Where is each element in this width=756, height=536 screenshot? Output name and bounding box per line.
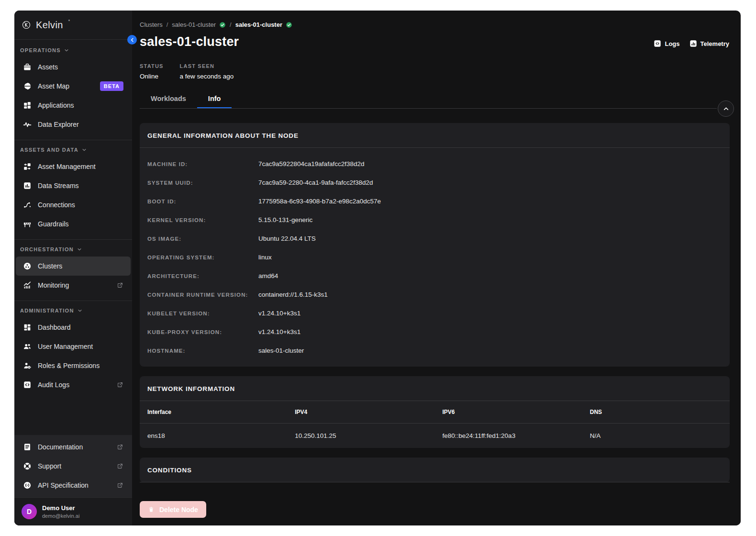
info-value: 7cac9a59-2280-4ca1-9afa-fafcc2f38d2d xyxy=(258,179,373,186)
info-value: v1.24.10+k3s1 xyxy=(258,328,300,335)
info-value: 1775958a-6c93-4908-b7a2-e98c2a0dc57e xyxy=(258,198,381,205)
monitoring-icon xyxy=(23,281,32,290)
info-label: OS IMAGE: xyxy=(147,236,258,242)
info-label: HOSTNAME: xyxy=(147,348,258,354)
sidebar-item-support[interactable]: Support xyxy=(14,457,132,476)
breadcrumb: Clusters/sales-01-cluster/sales-01-clust… xyxy=(132,11,741,28)
status-block: STATUS Online xyxy=(140,63,164,80)
sidebar-item-user-management[interactable]: User Management xyxy=(16,337,131,356)
network-row: ens1810.250.101.25fe80::be24:11ff:fed1:2… xyxy=(140,424,730,448)
sidebar-item-assets[interactable]: Assets xyxy=(16,57,131,77)
sidebar-item-applications[interactable]: Applications xyxy=(16,96,131,115)
nav-section-administration: ADMINISTRATIONDashboardUser ManagementRo… xyxy=(14,301,132,398)
section-header-assets-and-data[interactable]: ASSETS AND DATA xyxy=(14,140,132,157)
user-email: demo@kelvin.ai xyxy=(42,513,79,519)
sidebar-item-audit-logs[interactable]: Audit Logs xyxy=(16,375,131,394)
breadcrumb-item[interactable]: Clusters xyxy=(140,21,163,28)
sidebar-item-asset-management[interactable]: Asset Management xyxy=(16,157,131,176)
breadcrumb-item[interactable]: sales-01-cluster xyxy=(172,21,226,28)
breadcrumb-separator: / xyxy=(167,21,168,28)
section-header-orchestration[interactable]: ORCHESTRATION xyxy=(14,240,132,257)
tab-info[interactable]: Info xyxy=(197,90,232,109)
section-header-administration[interactable]: ADMINISTRATION xyxy=(14,301,132,318)
section-label: OPERATIONS xyxy=(20,47,61,53)
globe-icon xyxy=(23,82,32,90)
telemetry-button[interactable]: Telemetry xyxy=(689,40,729,47)
documentation-icon xyxy=(23,443,32,451)
sidebar-item-asset-map[interactable]: Asset MapBETA xyxy=(16,77,131,96)
sidebar-item-label: Asset Map xyxy=(38,82,69,90)
user-info: Demo User demo@kelvin.ai xyxy=(42,504,79,519)
sidebar-item-dashboard[interactable]: Dashboard xyxy=(16,318,131,337)
sidebar-item-roles-permissions[interactable]: Roles & Permissions xyxy=(16,356,131,375)
info-value: v1.24.10+k3s1 xyxy=(258,310,300,317)
section-label: ADMINISTRATION xyxy=(20,308,74,313)
sidebar-item-label: Audit Logs xyxy=(38,381,69,389)
user-profile[interactable]: D Demo User demo@kelvin.ai xyxy=(14,497,132,525)
user-name: Demo User xyxy=(42,504,79,512)
sidebar-item-data-streams[interactable]: Data Streams xyxy=(16,176,131,195)
status-label: STATUS xyxy=(140,63,164,69)
sidebar-item-documentation[interactable]: Documentation xyxy=(14,437,132,457)
nav-section-operations: OPERATIONSAssetsAsset MapBETAApplication… xyxy=(14,41,132,138)
breadcrumb-item[interactable]: sales-01-cluster xyxy=(235,21,292,28)
sidebar-item-label: Guardrails xyxy=(38,220,69,228)
assets-icon xyxy=(23,63,32,71)
sidebar-item-guardrails[interactable]: Guardrails xyxy=(16,214,131,234)
network-cell: 10.250.101.25 xyxy=(287,432,434,439)
title-row: sales-01-cluster LogsTelemetry xyxy=(132,28,741,49)
guardrails-icon xyxy=(23,220,32,228)
info-row-kernel-version: KERNEL VERSION:5.15.0-131-generic xyxy=(147,211,722,229)
info-label: KUBELET VERSION: xyxy=(147,311,258,316)
nav-section-assets-and-data: ASSETS AND DATAAsset ManagementData Stre… xyxy=(14,140,132,237)
sidebar-item-data-explorer[interactable]: Data Explorer xyxy=(16,115,131,134)
tab-label: Info xyxy=(208,95,221,102)
audit-logs-icon xyxy=(23,380,32,389)
header-actions: LogsTelemetry xyxy=(654,40,729,49)
sidebar-item-connections[interactable]: Connections xyxy=(16,195,131,214)
breadcrumb-separator: / xyxy=(230,21,232,28)
tab-workloads[interactable]: Workloads xyxy=(140,90,197,109)
brand[interactable]: Kelvin ˚ xyxy=(14,11,132,40)
info-row-operating-system: OPERATING SYSTEM:linux xyxy=(147,248,722,267)
sidebar-item-label: Monitoring xyxy=(38,281,69,289)
sidebar-nav: OPERATIONSAssetsAsset MapBETAApplication… xyxy=(14,40,132,435)
network-panel: NETWORK INFORMATION InterfaceIPV4IPV6DNS… xyxy=(140,376,730,448)
network-title: NETWORK INFORMATION xyxy=(140,376,730,401)
sidebar-item-clusters[interactable]: Clusters xyxy=(16,257,131,276)
network-column-header: DNS xyxy=(582,409,730,415)
conditions-title: CONDITIONS xyxy=(140,458,730,482)
conditions-panel: CONDITIONS xyxy=(140,458,730,482)
kelvin-logo-icon xyxy=(22,21,31,29)
last-seen-value: a few seconds ago xyxy=(180,73,234,80)
logs-button[interactable]: Logs xyxy=(654,40,679,47)
section-label: ASSETS AND DATA xyxy=(20,147,78,153)
info-row-kube-proxy-version: KUBE-PROXY VERSION:v1.24.10+k3s1 xyxy=(147,323,722,341)
sidebar-item-label: Data Explorer xyxy=(38,121,79,128)
status-row: STATUS Online LAST SEEN a few seconds ag… xyxy=(132,49,741,80)
breadcrumb-label: Clusters xyxy=(140,21,163,28)
section-header-operations[interactable]: OPERATIONS xyxy=(14,41,132,57)
sidebar-item-label: Support xyxy=(38,462,61,470)
page: Kelvin ˚ OPERATIONSAssetsAsset MapBETAAp… xyxy=(0,0,756,536)
sidebar-item-api-specification[interactable]: API Specification xyxy=(14,476,132,495)
beta-badge: BETA xyxy=(100,81,123,91)
check-circle-icon xyxy=(286,22,292,28)
chevron-up-icon xyxy=(723,106,729,112)
delete-node-button[interactable]: Delete Node xyxy=(140,501,206,518)
app-window: Kelvin ˚ OPERATIONSAssetsAsset MapBETAAp… xyxy=(14,11,741,525)
sidebar-item-monitoring[interactable]: Monitoring xyxy=(16,276,131,295)
dashboard-icon xyxy=(23,323,32,332)
connections-icon xyxy=(23,201,32,209)
info-label: MACHINE ID: xyxy=(147,161,258,167)
scroll-top-button[interactable] xyxy=(718,100,734,117)
sidebar-collapse-button[interactable] xyxy=(127,35,137,45)
trash-icon xyxy=(148,506,155,513)
info-value: containerd://1.6.15-k3s1 xyxy=(258,291,328,298)
sidebar: Kelvin ˚ OPERATIONSAssetsAsset MapBETAAp… xyxy=(14,11,132,525)
network-cell: ens18 xyxy=(140,432,287,439)
logs-badge-icon xyxy=(654,40,661,47)
info-label: KERNEL VERSION: xyxy=(147,217,258,223)
info-row-container-runtime-version: CONTAINER RUNTIME VERSION:containerd://1… xyxy=(147,285,722,304)
action-label: Logs xyxy=(665,40,679,47)
